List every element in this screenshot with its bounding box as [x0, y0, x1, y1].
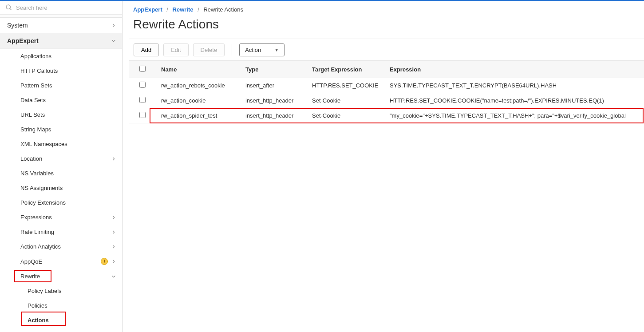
actions-table: Name Type Target Expression Expression r… [129, 61, 644, 123]
edit-button[interactable]: Edit [163, 43, 188, 56]
chevron-right-icon [111, 258, 117, 265]
sidebar-item-label: System [7, 22, 111, 29]
chevron-right-icon [111, 244, 117, 250]
sidebar-item-ns-assignments[interactable]: NS Assignments [0, 181, 122, 195]
toolbar-separator [232, 44, 232, 55]
sidebar-item-label: Applications [20, 53, 117, 59]
cell-name: rw_action_rebots_cookie [156, 78, 240, 93]
search-bar[interactable] [0, 1, 122, 15]
row-checkbox[interactable] [139, 112, 146, 118]
sidebar-item-label: Data Sets [20, 97, 117, 103]
row-checkbox-cell [129, 93, 156, 108]
sidebar-item-location[interactable]: Location [0, 151, 122, 166]
sidebar-item-label: URL Sets [20, 111, 117, 118]
sidebar-item-url-sets[interactable]: URL Sets [0, 107, 122, 122]
sidebar-item-policies[interactable]: Policies [0, 298, 122, 313]
sidebar-item-label: NS Assignments [20, 185, 117, 191]
header-checkbox-cell [129, 61, 156, 78]
annotation-highlight [14, 270, 51, 282]
select-all-checkbox[interactable] [139, 66, 146, 72]
breadcrumb-sep: / [198, 6, 199, 13]
sidebar-item-policy-extensions[interactable]: Policy Extensions [0, 195, 122, 210]
table-row[interactable]: rw_action_spider_testinsert_http_headerS… [129, 108, 644, 123]
row-checkbox-cell [129, 108, 156, 123]
sidebar-item-http-callouts[interactable]: HTTP Callouts [0, 63, 122, 78]
header-type[interactable]: Type [240, 61, 307, 78]
sidebar-item-rewrite[interactable]: Rewrite [0, 269, 122, 284]
sidebar-item-label: Action Analytics [20, 243, 111, 250]
row-checkbox-cell [129, 78, 156, 93]
chevron-down-icon [111, 273, 117, 280]
cell-target: Set-Cookie [307, 108, 384, 123]
chevron-right-icon [111, 22, 117, 28]
main-content: AppExpert / Rewrite / Rewrite Actions Re… [122, 1, 644, 332]
sidebar-item-label: Policy Labels [28, 288, 117, 294]
sidebar: SystemAppExpertApplicationsHTTP Callouts… [0, 1, 122, 332]
sidebar-item-label: AppExpert [7, 37, 111, 44]
chevron-right-icon [111, 156, 117, 162]
sidebar-item-label: String Maps [20, 126, 117, 133]
sidebar-item-system[interactable]: System [0, 18, 122, 33]
cell-type: insert_http_header [240, 108, 307, 123]
table-header-row: Name Type Target Expression Expression [129, 61, 644, 78]
row-checkbox[interactable] [139, 97, 146, 103]
chevron-down-icon [111, 38, 117, 44]
cell-type: insert_after [240, 78, 307, 93]
cell-expression: HTTP.RES.SET_COOKIE.COOKIE("name=test;pa… [384, 93, 644, 108]
warning-icon: ! [101, 258, 108, 265]
sidebar-item-xml-namespaces[interactable]: XML Namespaces [0, 137, 122, 151]
header-target[interactable]: Target Expression [307, 61, 384, 78]
sidebar-item-action-analytics[interactable]: Action Analytics [0, 239, 122, 254]
search-input[interactable] [16, 4, 117, 11]
header-name[interactable]: Name [156, 61, 240, 78]
row-checkbox[interactable] [139, 82, 146, 88]
sidebar-item-label: HTTP Callouts [20, 67, 117, 74]
sidebar-item-string-maps[interactable]: String Maps [0, 122, 122, 137]
sidebar-item-label: XML Namespaces [20, 141, 117, 147]
sidebar-item-applications[interactable]: Applications [0, 49, 122, 63]
sidebar-item-rate-limiting[interactable]: Rate Limiting [0, 225, 122, 239]
chevron-right-icon [111, 229, 117, 235]
delete-button[interactable]: Delete [193, 43, 225, 56]
annotation-highlight [21, 312, 66, 326]
cell-name: rw_action_spider_test [156, 108, 240, 123]
chevron-right-icon [111, 214, 117, 221]
sidebar-item-appqoe[interactable]: AppQoE! [0, 254, 122, 269]
header-expression[interactable]: Expression [384, 61, 644, 78]
breadcrumb-current: Rewrite Actions [203, 6, 243, 13]
svg-point-0 [6, 5, 10, 9]
sidebar-item-label: Pattern Sets [20, 82, 117, 89]
sidebar-item-label: Policies [28, 302, 117, 309]
sidebar-item-label: Policy Extensions [20, 199, 117, 206]
cell-expression: "my_cookie="+SYS.TIME.TYPECAST_TEXT_T.HA… [384, 108, 644, 123]
sidebar-item-pattern-sets[interactable]: Pattern Sets [0, 78, 122, 93]
sidebar-item-actions[interactable]: Actions [0, 313, 122, 328]
breadcrumb-sep: / [166, 6, 168, 13]
breadcrumb-link-rewrite[interactable]: Rewrite [173, 6, 194, 13]
sidebar-item-policy-labels[interactable]: Policy Labels [0, 284, 122, 298]
breadcrumb: AppExpert / Rewrite / Rewrite Actions [122, 1, 644, 16]
sidebar-item-label: Location [20, 155, 111, 162]
sidebar-item-data-sets[interactable]: Data Sets [0, 93, 122, 107]
cell-type: insert_http_header [240, 93, 307, 108]
cell-expression: SYS.TIME.TYPECAST_TEXT_T.ENCRYPT(BASE64U… [384, 78, 644, 93]
breadcrumb-link-appexpert[interactable]: AppExpert [133, 6, 162, 13]
caret-down-icon: ▼ [274, 47, 279, 52]
sidebar-item-appexpert[interactable]: AppExpert [0, 33, 122, 49]
table-row[interactable]: rw_action_cookieinsert_http_headerSet-Co… [129, 93, 644, 108]
search-icon [5, 4, 12, 11]
svg-line-1 [10, 8, 11, 10]
action-dropdown[interactable]: Action ▼ [239, 43, 284, 56]
page-title: Rewrite Actions [122, 16, 644, 39]
sidebar-item-ns-variables[interactable]: NS Variables [0, 166, 122, 181]
table-row[interactable]: rw_action_rebots_cookieinsert_afterHTTP.… [129, 78, 644, 93]
cell-target: HTTP.RES.SET_COOKIE [307, 78, 384, 93]
cell-target: Set-Cookie [307, 93, 384, 108]
add-button[interactable]: Add [134, 43, 159, 56]
sidebar-item-label: NS Variables [20, 170, 117, 177]
toolbar: Add Edit Delete Action ▼ [129, 39, 644, 61]
sidebar-item-label: AppQoE [20, 258, 101, 265]
table-container: Name Type Target Expression Expression r… [129, 61, 644, 123]
sidebar-item-label: Rate Limiting [20, 229, 111, 235]
sidebar-item-expressions[interactable]: Expressions [0, 210, 122, 225]
